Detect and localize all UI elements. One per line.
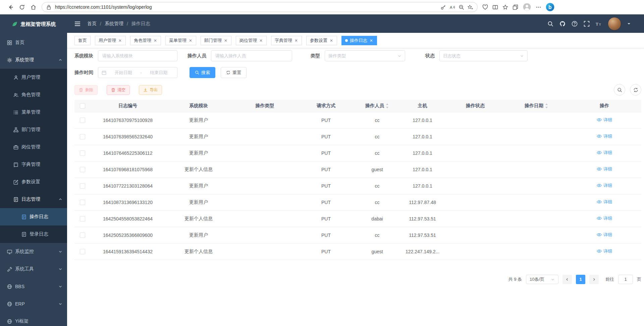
close-tab-icon[interactable] [259,39,263,43]
page-size-select[interactable]: 10条/页 [526,275,558,284]
collapse-sidebar-icon[interactable] [74,21,80,27]
browser-menu-icon[interactable] [536,4,541,10]
sidebar-item-home[interactable]: 首页 [0,34,67,51]
tab-menu-mgmt[interactable]: 菜单管理 [165,36,196,45]
sidebar-item-menu-mgmt[interactable]: 菜单管理 [0,104,67,121]
sidebar-item-param-settings[interactable]: 参数设置 [0,173,67,191]
tab-dept-mgmt[interactable]: 部门管理 [201,36,231,45]
row-checkbox[interactable] [80,216,85,221]
refresh-table-button[interactable] [630,84,641,95]
page-unit-label: 页 [637,276,641,282]
read-aloud-icon[interactable] [449,4,455,10]
goto-page-input[interactable] [618,275,633,284]
date-range-picker[interactable]: 开始日期 - 结束日期 [98,67,177,78]
export-button[interactable]: 导出 [139,85,162,95]
prev-page-button[interactable] [562,275,572,284]
address-bar[interactable]: https://ccnetcore.com:1101/system/log/op… [42,2,478,12]
close-tab-icon[interactable] [189,39,193,43]
detail-link[interactable]: 详细 [597,150,612,156]
row-checkbox[interactable] [80,150,85,156]
detail-link[interactable]: 详细 [597,117,612,123]
module-input[interactable] [98,50,177,61]
row-checkbox[interactable] [80,167,85,172]
row-checkbox[interactable] [80,134,85,139]
row-checkbox[interactable] [80,118,85,123]
tab-home[interactable]: 首页 [74,36,91,45]
sidebar-item-yi-framework[interactable]: Yi框架 [0,313,67,326]
fullscreen-icon[interactable] [584,21,590,27]
detail-link[interactable]: 详细 [597,215,612,221]
sidebar-item-system-monitor[interactable]: 系统监控 [0,243,67,260]
sort-caret-icon[interactable] [545,103,548,109]
close-tab-icon[interactable] [369,39,373,43]
close-tab-icon[interactable] [294,39,298,43]
sidebar-item-role-mgmt[interactable]: 角色管理 [0,86,67,104]
zoom-out-icon[interactable] [459,4,464,10]
font-size-icon[interactable] [596,21,602,27]
sort-caret-icon[interactable] [385,103,389,109]
page-1-button[interactable]: 1 [576,275,585,284]
sidebar-item-log-mgmt[interactable]: 日志管理 [0,191,67,208]
sidebar-item-system-mgmt[interactable]: 系统管理 [0,51,67,69]
detail-link[interactable]: 详细 [597,232,612,238]
close-tab-icon[interactable] [118,39,122,43]
password-key-icon[interactable] [440,4,446,10]
close-tab-icon[interactable] [153,39,157,43]
site-security-lock-icon[interactable] [46,4,52,10]
sidebar-item-bbs[interactable]: BBS [0,278,67,295]
add-favorite-icon[interactable] [468,4,473,10]
status-select[interactable]: 日志状态 [439,50,528,61]
detail-link[interactable]: 详细 [597,199,612,205]
sidebar-item-dept-mgmt[interactable]: 部门管理 [0,121,67,138]
collections-icon[interactable] [513,4,518,10]
github-icon[interactable] [559,21,566,27]
breadcrumb-home[interactable]: 首页 [87,21,97,27]
search-icon[interactable] [547,21,553,27]
browser-back-button[interactable] [5,1,16,13]
help-icon[interactable] [572,21,578,27]
detail-link[interactable]: 详细 [597,133,612,139]
tab-role-mgmt[interactable]: 角色管理 [130,36,161,45]
search-button[interactable]: 搜索 [190,67,215,78]
tab-user-mgmt[interactable]: 用户管理 [95,36,126,45]
split-screen-icon[interactable] [492,4,498,10]
row-checkbox[interactable] [80,183,85,189]
tab-post-mgmt[interactable]: 岗位管理 [236,36,267,45]
bing-chat-icon[interactable] [546,3,554,11]
browser-profile-avatar[interactable] [523,3,531,11]
sidebar-item-dict-mgmt[interactable]: 字典管理 [0,156,67,173]
tab-param-settings[interactable]: 参数设置 [306,36,337,45]
sidebar-item-operation-log[interactable]: 操作日志 [0,208,67,225]
close-tab-icon[interactable] [329,39,333,43]
clear-button[interactable]: 清空 [107,85,130,95]
row-checkbox[interactable] [80,200,85,205]
toggle-search-button[interactable] [614,84,625,95]
favorites-icon[interactable] [502,4,508,10]
reset-button[interactable]: 重置 [221,67,247,78]
detail-link[interactable]: 详细 [597,183,612,189]
close-tab-icon[interactable] [224,39,228,43]
download-icon [143,88,148,92]
select-all-checkbox[interactable] [80,103,85,109]
browser-home-button[interactable] [28,1,39,13]
sidebar-item-login-log[interactable]: 登录日志 [0,225,67,243]
browser-refresh-button[interactable] [16,1,28,13]
sidebar-item-system-tools[interactable]: 系统工具 [0,260,67,278]
sidebar-item-erp[interactable]: ERP [0,295,67,313]
detail-link[interactable]: 详细 [597,248,612,254]
detail-link[interactable]: 详细 [597,166,612,172]
tab-operation-log[interactable]: 操作日志 [341,36,377,45]
operator-input[interactable] [211,50,292,61]
user-avatar[interactable] [608,17,621,30]
row-checkbox[interactable] [80,233,85,238]
col-date[interactable]: 操作日期 [505,100,568,112]
type-select[interactable]: 操作类型 [325,50,405,61]
next-page-button[interactable] [589,275,599,284]
browser-essentials-icon[interactable] [482,4,488,10]
sidebar-item-post-mgmt[interactable]: 岗位管理 [0,138,67,156]
tab-dict-mgmt[interactable]: 字典管理 [271,36,302,45]
row-checkbox[interactable] [80,249,85,254]
col-operator[interactable]: 操作人员 [355,100,400,112]
sidebar-item-user-mgmt[interactable]: 用户管理 [0,69,67,86]
delete-button[interactable]: 删除 [74,85,98,95]
